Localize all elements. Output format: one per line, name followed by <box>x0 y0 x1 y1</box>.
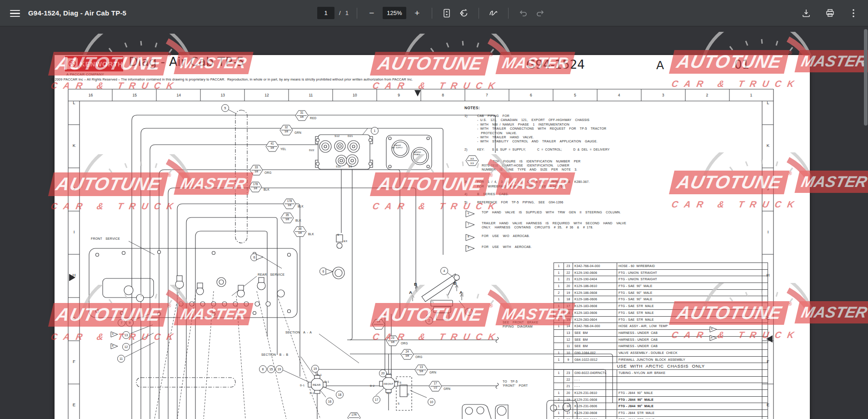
redo-icon[interactable] <box>534 7 547 20</box>
zoom-out-button[interactable]: − <box>365 7 378 20</box>
page-separator: / <box>339 10 341 16</box>
menu-icon[interactable] <box>10 8 20 17</box>
draw-icon[interactable] <box>487 7 500 20</box>
print-icon[interactable] <box>823 7 836 20</box>
rotate-icon[interactable] <box>458 7 470 20</box>
zoom-level-input[interactable] <box>383 7 406 19</box>
divider <box>479 8 479 19</box>
zoom-in-button[interactable]: + <box>411 7 424 20</box>
toolbar-right-controls <box>800 0 860 26</box>
page-number-input[interactable] <box>317 7 334 19</box>
undo-icon[interactable] <box>517 7 529 20</box>
page-zoom-controls: / 1 − + <box>317 0 547 26</box>
divider <box>432 8 432 19</box>
more-options-icon[interactable] <box>847 7 860 20</box>
vertical-scrollbar-thumb[interactable] <box>864 29 868 126</box>
document-title: G94-1524, Diag - Air Cab TP-5 <box>28 0 126 26</box>
pdf-viewport <box>0 26 868 419</box>
divider <box>357 8 357 19</box>
pdf-page <box>55 55 810 419</box>
pdf-toolbar: G94-1524, Diag - Air Cab TP-5 / 1 − + <box>0 0 868 26</box>
page-total: 1 <box>345 10 349 16</box>
fit-to-page-icon[interactable] <box>440 7 453 20</box>
download-icon[interactable] <box>800 7 813 20</box>
divider <box>508 8 509 19</box>
